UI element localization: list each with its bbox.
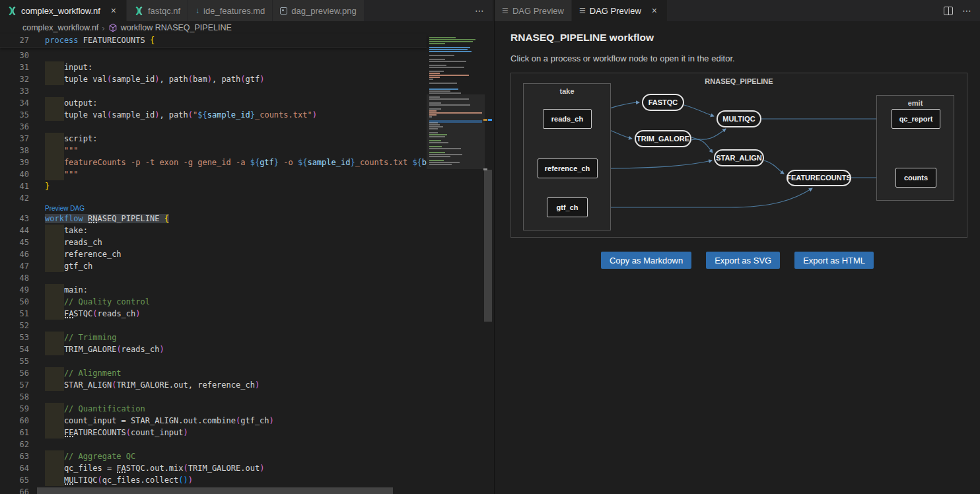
code-line: 48 [0,272,427,284]
dag-process-trim-galore[interactable]: TRIM_GALORE [635,130,691,147]
close-icon[interactable]: × [649,5,660,16]
dag-edge-trim-galore-to-multiqc [691,129,726,139]
code-line: 44 take: [0,225,427,236]
line-number: 40 [0,168,29,180]
right-tab-strip: ☰DAG Preview☰DAG Preview× ⋯ [495,0,980,21]
line-number: 34 [0,97,29,109]
tab-complex-workflow-nf[interactable]: complex_workflow.nf× [0,0,126,21]
code-line: 57 STAR_ALIGN(TRIM_GALORE.out, reference… [0,379,427,391]
code-line: 40 """ [0,168,427,180]
overview-ruler-mark [488,119,492,121]
nextflow-file-icon [9,24,19,32]
editor-group-right: ☰DAG Preview☰DAG Preview× ⋯ RNASEQ_PIPEL… [494,0,980,494]
code-line: 52 [0,320,427,332]
line-number: 60 [0,415,29,427]
code-line: 55 [0,355,427,367]
line-number: 42 [0,192,29,204]
minimap[interactable] [427,36,485,491]
code-editor[interactable]: 27process FEATURECOUNTS { 3031 input:32 … [0,34,493,494]
dag-process-multiqc[interactable]: MULTIQC [717,110,761,127]
tab-label: DAG Preview [590,6,641,16]
page-title: RNASEQ_PIPELINE workflow [510,32,654,44]
tab-label: fastqc.nf [148,6,180,16]
more-actions-icon[interactable]: ⋯ [475,5,485,16]
code-line: 62 [0,439,427,450]
line-number: 63 [0,450,29,462]
line-number: 57 [0,379,29,391]
split-editor-icon[interactable] [944,7,953,15]
dag-process-star-align[interactable]: STAR_ALIGN [714,149,764,166]
code-line: 34 output: [0,97,427,109]
sticky-scroll-line[interactable]: 27process FEATURECOUNTS { [0,34,427,48]
code-line: 45 reads_ch [0,236,427,248]
line-number: 65 [0,474,29,486]
dag-edge-trim-galore-to-star-align [691,139,713,153]
line-number: 38 [0,145,29,157]
line-number: 50 [0,296,29,308]
tab-ide-features-md[interactable]: ↓ide_features.md [188,0,272,21]
dag-channel-qc-report[interactable]: qc_report [892,109,940,129]
nextflow-icon [7,7,17,15]
code-line: 54 TRIM_GALORE(reads_ch) [0,343,427,355]
copy-as-markdown-button[interactable]: Copy as Markdown [601,252,691,269]
breadcrumb-file[interactable]: complex_workflow.nf [22,23,98,32]
dag-edge-fastqc-to-multiqc [684,105,714,116]
dag-channel-counts[interactable]: counts [895,168,936,188]
code-line: 63 // Aggregate QC [0,450,427,462]
code-line: 33 [0,85,427,97]
code-line: 47 gtf_ch [0,260,427,272]
line-number: 36 [0,121,29,133]
code-line: 41} [0,180,427,192]
code-line: 58 [0,391,427,403]
tab-dag-preview-preview[interactable]: ☰DAG Preview× [572,0,667,21]
dag-process-fastqc[interactable]: FASTQC [642,94,684,111]
line-number: 64 [0,462,29,474]
close-icon[interactable]: × [108,5,119,16]
dag-cluster-label: emit [877,99,954,107]
dag-canvas: RNASEQ_PIPELINE takeemitreads_chreferenc… [510,73,967,238]
line-number: 52 [0,320,29,332]
dag-channel-reference-ch[interactable]: reference_ch [538,159,598,178]
code-line: 38 """ [0,145,427,157]
more-actions-icon[interactable]: ⋯ [962,5,972,16]
export-as-svg-button[interactable]: Export as SVG [706,252,780,269]
code-line: 60 count_input = STAR_ALIGN.out.combine(… [0,415,427,427]
line-number: 54 [0,343,29,355]
tab-dag-preview-png[interactable]: dag_preview.png [273,0,363,21]
vertical-scrollbar-thumb[interactable] [484,170,492,322]
horizontal-scrollbar[interactable] [0,487,427,494]
line-number: 30 [0,50,29,61]
line-number: 44 [0,225,29,236]
tab-dag-preview-preview[interactable]: ☰DAG Preview [495,0,571,21]
dag-process-featurecounts[interactable]: FEATURECOUNTS [787,170,851,186]
codelens-preview-dag[interactable]: Preview DAG [0,204,427,213]
tab-label: ide_features.md [203,6,265,16]
page-subtitle: Click on a process or workflow node to o… [510,53,735,63]
nextflow-icon [134,7,144,15]
line-number: 43 [0,213,29,225]
code-line: 27process FEATURECOUNTS { [0,34,427,46]
line-number: 39 [0,157,29,168]
vertical-scrollbar[interactable] [483,34,493,494]
breadcrumb[interactable]: complex_workflow.nf › workflow RNASEQ_PI… [0,21,493,34]
minimap-slider[interactable] [427,94,485,169]
left-tab-strip: complex_workflow.nf×fastqc.nf↓ide_featur… [0,0,493,21]
tab-label: complex_workflow.nf [21,6,100,16]
code-line: 51 FASTQC(reads_ch) [0,308,427,320]
code-line: 31 input: [0,61,427,73]
tab-fastqc-nf[interactable]: fastqc.nf [127,0,188,21]
breadcrumb-symbol[interactable]: workflow RNASEQ_PIPELINE [121,23,232,32]
horizontal-scrollbar-thumb[interactable] [37,487,393,494]
overview-ruler-mark [483,119,487,121]
line-number: 48 [0,272,29,284]
dag-channel-gtf-ch[interactable]: gtf_ch [547,197,588,217]
code-line: 59 // Quantification [0,403,427,415]
export-as-html-button[interactable]: Export as HTML [794,252,874,269]
dag-channel-reads-ch[interactable]: reads_ch [543,109,592,129]
line-number: 46 [0,248,29,260]
line-number: 37 [0,133,29,145]
line-number: 51 [0,308,29,320]
editor-group-left: complex_workflow.nf×fastqc.nf↓ide_featur… [0,0,493,494]
symbol-workflow-icon [108,23,118,32]
tab-label: dag_preview.png [291,6,356,16]
